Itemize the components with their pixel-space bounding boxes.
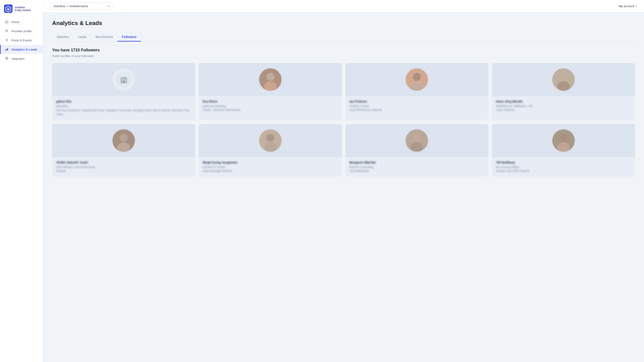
svg-point-31: [410, 142, 423, 152]
sidebar-item-upgrades-label: Upgrades: [12, 57, 24, 60]
my-account-chevron-icon: ▾: [636, 5, 637, 8]
followers-heading: You have 1715 Followers: [52, 48, 635, 52]
svg-point-19: [410, 81, 423, 91]
card-role: Sales Südreich: [496, 108, 631, 111]
card-name: VIVEK SANJAY Joshi: [56, 161, 191, 164]
upgrades-icon: [5, 56, 9, 61]
card-name: Till Wollberg: [496, 161, 631, 164]
sidebar-item-analytics-leads[interactable]: Analytics & Leads: [0, 45, 43, 54]
svg-text:🏢: 🏢: [120, 76, 128, 83]
card-company: GAUDLITZ GmbH: [203, 166, 338, 169]
tab-bar: Statistics Leads Benchmarks Followers: [52, 33, 635, 41]
card-info: Benjamin MächlerMächler ConsultingGeschä…: [346, 157, 488, 177]
card-image-area: [199, 124, 342, 157]
avatar: [406, 129, 428, 152]
avatar: [259, 129, 282, 152]
dropdown-value: Giardina -> Anbietername: [54, 4, 88, 8]
card-company: WEBREALIC GMBH&Co. KG: [496, 105, 631, 108]
card-name: gekun flex: [56, 100, 191, 103]
logo-conteo-label: conteo: [15, 6, 31, 9]
sidebar-item-upgrades[interactable]: Upgrades: [0, 54, 43, 63]
svg-point-25: [118, 142, 130, 152]
card-company: external marketing: [203, 105, 338, 108]
chevron-down-icon: ▾: [108, 5, 110, 8]
card-role: Student: [56, 169, 191, 173]
follower-card[interactable]: VIVEK SANJAY JoshiSRH Wilhelm Löhe Hochs…: [52, 124, 195, 177]
logo-icon: [4, 4, 12, 13]
card-role: Geschäftsführer: [350, 169, 484, 173]
card-name: Birgit Kunig-Jungmeier: [203, 161, 338, 164]
page-title: Analytics & Leads: [52, 20, 635, 26]
card-name: Hans-Jörg Merath: [496, 100, 631, 103]
follower-card[interactable]: Hans-Jörg MerathWEBREALIC GMBH&Co. KGSal…: [492, 63, 635, 120]
card-info: Till Wollbergder schwarzwälderInhaber un…: [492, 157, 635, 177]
avatar: [406, 68, 428, 91]
logo-publisher-label: PUBLISHER: [15, 9, 31, 12]
sidebar: conteo PUBLISHER Home Provider profile P…: [0, 0, 43, 362]
logo-area: conteo PUBLISHER: [0, 0, 43, 17]
svg-rect-10: [8, 48, 8, 50]
follower-card[interactable]: Benjamin MächlerMächler ConsultingGeschä…: [346, 124, 488, 177]
followers-sub: Public profiles of your followers: [52, 54, 635, 58]
follower-card[interactable]: Birgit Kunig-JungmeierGAUDLITZ GmbHSales…: [199, 124, 342, 177]
sidebar-item-posts-events-label: Posts & Events: [12, 39, 32, 42]
tab-statistics[interactable]: Statistics: [52, 33, 74, 41]
sidebar-item-posts-events[interactable]: Posts & Events: [0, 36, 43, 45]
svg-point-4: [6, 30, 8, 31]
sidebar-item-provider-profile[interactable]: Provider profile: [0, 26, 43, 36]
follower-card[interactable]: 🏢 gekun flexgekunflex3rd Floor, Building…: [52, 63, 195, 120]
card-info: VIVEK SANJAY JoshiSRH Wilhelm Löhe Hochs…: [52, 157, 195, 177]
card-company: Mächler Consulting: [350, 166, 484, 169]
follower-card[interactable]: Till Wollbergder schwarzwälderInhaber un…: [492, 124, 635, 177]
svg-point-34: [557, 142, 570, 152]
sidebar-item-home[interactable]: Home: [0, 17, 43, 26]
card-image-area: [199, 63, 342, 96]
card-image-area: [492, 124, 635, 157]
card-image-area: [492, 63, 635, 96]
card-info: gekun flexgekunflex3rd Floor, Building A…: [52, 96, 195, 120]
follower-card[interactable]: Ian FedorovKORDS, GmbHLead Mechanical en…: [346, 63, 488, 120]
svg-point-15: [266, 73, 274, 81]
svg-point-16: [264, 81, 276, 91]
tab-benchmarks[interactable]: Benchmarks: [91, 33, 118, 41]
card-info: Eva Reissexternal marketingOwner · Busin…: [199, 96, 342, 115]
tab-followers[interactable]: Followers: [118, 33, 141, 41]
card-company: SRH Wilhelm Löhe Hochschule: [56, 166, 191, 169]
card-role: Inhaber und USPA Experte: [496, 169, 631, 173]
svg-rect-9: [6, 49, 7, 50]
card-image-area: 🏢: [52, 63, 195, 96]
card-image-area: [52, 124, 195, 157]
card-address: 3rd Floor, Building A, Industrial 5th Ro…: [56, 108, 191, 116]
card-role: Sales Manager Medical: [203, 169, 338, 173]
list-icon: [5, 38, 9, 42]
card-name: Eva Reiss: [203, 100, 338, 103]
avatar: [259, 68, 282, 91]
avatar: 🏢: [112, 68, 135, 91]
card-company: KORDS, GmbH: [350, 105, 484, 108]
avatar: [552, 129, 575, 152]
card-info: Hans-Jörg MerathWEBREALIC GMBH&Co. KGSal…: [492, 96, 635, 115]
avatar: [552, 68, 575, 91]
svg-point-18: [413, 73, 421, 81]
provider-dropdown[interactable]: Giardina -> Anbietername ▾: [50, 3, 113, 9]
tab-leads[interactable]: Leads: [74, 33, 91, 41]
svg-rect-8: [5, 49, 6, 50]
content-area: Analytics & Leads Statistics Leads Bench…: [43, 12, 644, 362]
svg-point-30: [413, 134, 421, 142]
sidebar-item-provider-profile-label: Provider profile: [12, 29, 32, 33]
user-icon: [5, 29, 9, 33]
svg-point-27: [266, 134, 274, 142]
follower-card[interactable]: Eva Reissexternal marketingOwner · Busin…: [199, 63, 342, 120]
card-company: gekunflex: [56, 105, 191, 108]
card-role: Lead Mechanical engineer: [350, 108, 484, 111]
my-account-menu[interactable]: My account ▾: [619, 4, 637, 8]
sidebar-item-home-label: Home: [12, 20, 20, 24]
svg-point-28: [264, 142, 276, 152]
logo-text: conteo PUBLISHER: [15, 6, 31, 12]
main-area: Giardina -> Anbietername ▾ My account ▾ …: [43, 0, 644, 362]
followers-grid: 🏢 gekun flexgekunflex3rd Floor, Building…: [52, 63, 635, 177]
svg-point-33: [560, 134, 568, 142]
my-account-label: My account: [619, 4, 634, 8]
card-info: Ian FedorovKORDS, GmbHLead Mechanical en…: [346, 96, 488, 115]
svg-point-22: [557, 81, 570, 91]
